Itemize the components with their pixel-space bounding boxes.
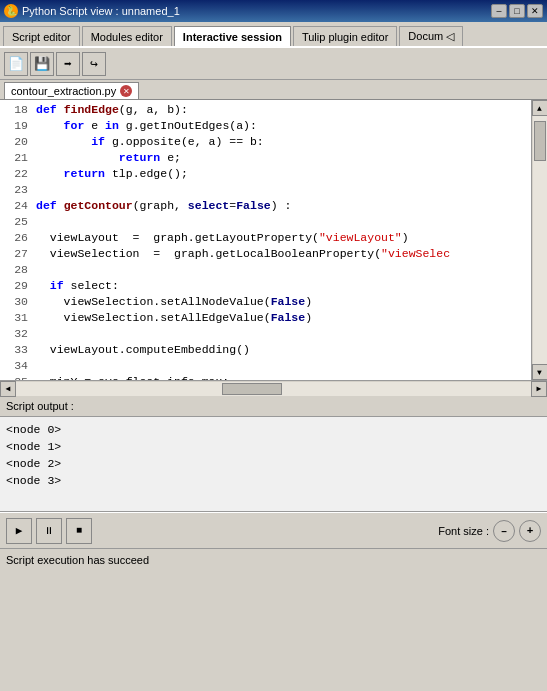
save-as-button[interactable]: 💾: [30, 52, 54, 76]
horizontal-scrollbar[interactable]: ◀ ▶: [0, 380, 547, 396]
scroll-down-button[interactable]: ▼: [532, 364, 548, 380]
scroll-track-v[interactable]: [533, 116, 547, 364]
vertical-scrollbar[interactable]: ▲ ▼: [531, 100, 547, 380]
output-label-text: Script output :: [6, 400, 74, 412]
title-bar-left: 🐍 Python Script view : unnamed_1: [4, 4, 180, 18]
code-line-28: 28: [0, 262, 531, 278]
playback-controls: ▶ ⏸ ■ Font size : – +: [0, 512, 547, 548]
scroll-up-button[interactable]: ▲: [532, 100, 548, 116]
tab-interactive-session[interactable]: Interactive session: [174, 26, 291, 46]
file-tab-name: contour_extraction.py: [11, 85, 116, 97]
output-line-1: <node 1>: [6, 438, 541, 455]
code-line-26: 26 viewLayout = graph.getLayoutProperty(…: [0, 230, 531, 246]
code-line-35: 35 minY = sys.float_info.max;: [0, 374, 531, 380]
code-line-24: 24 def getContour(graph, select=False) :: [0, 198, 531, 214]
code-scroll-area: 18 def findEdge(g, a, b): 19 for e in g.…: [0, 100, 531, 380]
tab-tulip-plugin-editor-label: Tulip plugin editor: [302, 31, 388, 43]
code-line-25: 25: [0, 214, 531, 230]
output-label: Script output :: [0, 396, 547, 417]
scroll-left-button[interactable]: ◀: [0, 381, 16, 397]
code-line-22: 22 return tlp.edge();: [0, 166, 531, 182]
code-line-18: 18 def findEdge(g, a, b):: [0, 102, 531, 118]
new-icon: 📄: [8, 56, 24, 72]
code-line-34: 34: [0, 358, 531, 374]
tab-tulip-plugin-editor[interactable]: Tulip plugin editor: [293, 26, 397, 46]
status-bar: Script execution has succeed: [0, 548, 547, 570]
tab-docum-label: Docum ◁: [408, 30, 454, 43]
tab-docum[interactable]: Docum ◁: [399, 26, 463, 46]
tab-modules-editor[interactable]: Modules editor: [82, 26, 172, 46]
maximize-button[interactable]: □: [509, 4, 525, 18]
font-increase-button[interactable]: +: [519, 520, 541, 542]
font-decrease-icon: –: [501, 525, 508, 537]
play-icon: ▶: [16, 524, 23, 537]
code-line-27: 27 viewSelection = graph.getLocalBoolean…: [0, 246, 531, 262]
title-bar: 🐍 Python Script view : unnamed_1 – □ ✕: [0, 0, 547, 22]
font-increase-icon: +: [527, 525, 534, 537]
code-line-29: 29 if select:: [0, 278, 531, 294]
minimize-button[interactable]: –: [491, 4, 507, 18]
code-line-23: 23: [0, 182, 531, 198]
scroll-thumb-h[interactable]: [222, 383, 282, 395]
file-tab-bar: contour_extraction.py ✕: [0, 80, 547, 100]
app-icon: 🐍: [4, 4, 18, 18]
tab-bar: Script editor Modules editor Interactive…: [0, 22, 547, 48]
code-line-19: 19 for e in g.getInOutEdges(a):: [0, 118, 531, 134]
export-button[interactable]: ↩: [82, 52, 106, 76]
window-title: Python Script view : unnamed_1: [22, 5, 180, 17]
output-area: <node 0> <node 1> <node 2> <node 3>: [0, 417, 547, 512]
export-icon: ↩: [90, 56, 98, 72]
scroll-right-button[interactable]: ▶: [531, 381, 547, 397]
tab-modules-editor-label: Modules editor: [91, 31, 163, 43]
pause-icon: ⏸: [44, 525, 54, 537]
stop-icon: ■: [76, 525, 82, 536]
tab-script-editor-label: Script editor: [12, 31, 71, 43]
code-line-20: 20 if g.opposite(e, a) == b:: [0, 134, 531, 150]
play-button[interactable]: ▶: [6, 518, 32, 544]
scroll-track-h[interactable]: [16, 382, 531, 396]
tab-script-editor[interactable]: Script editor: [3, 26, 80, 46]
font-decrease-button[interactable]: –: [493, 520, 515, 542]
code-lines: 18 def findEdge(g, a, b): 19 for e in g.…: [0, 100, 531, 380]
pause-button[interactable]: ⏸: [36, 518, 62, 544]
import-button[interactable]: ➡: [56, 52, 80, 76]
output-line-2: <node 2>: [6, 455, 541, 472]
code-line-33: 33 viewLayout.computeEmbedding(): [0, 342, 531, 358]
save-icon: 💾: [34, 56, 50, 72]
toolbar: 📄 💾 ➡ ↩: [0, 48, 547, 80]
code-editor[interactable]: 18 def findEdge(g, a, b): 19 for e in g.…: [0, 100, 547, 380]
code-line-21: 21 return e;: [0, 150, 531, 166]
import-icon: ➡: [64, 56, 72, 72]
stop-button[interactable]: ■: [66, 518, 92, 544]
output-line-0: <node 0>: [6, 421, 541, 438]
tab-interactive-session-label: Interactive session: [183, 31, 282, 43]
scroll-thumb-v[interactable]: [534, 121, 546, 161]
file-tab[interactable]: contour_extraction.py ✕: [4, 82, 139, 99]
new-button[interactable]: 📄: [4, 52, 28, 76]
code-line-30: 30 viewSelection.setAllNodeValue(False): [0, 294, 531, 310]
status-message: Script execution has succeed: [6, 554, 149, 566]
window-controls: – □ ✕: [491, 4, 543, 18]
font-size-label: Font size :: [438, 525, 489, 537]
file-tab-close-button[interactable]: ✕: [120, 85, 132, 97]
output-line-3: <node 3>: [6, 472, 541, 489]
code-line-31: 31 viewSelection.setAllEdgeValue(False): [0, 310, 531, 326]
code-line-32: 32: [0, 326, 531, 342]
close-button[interactable]: ✕: [527, 4, 543, 18]
